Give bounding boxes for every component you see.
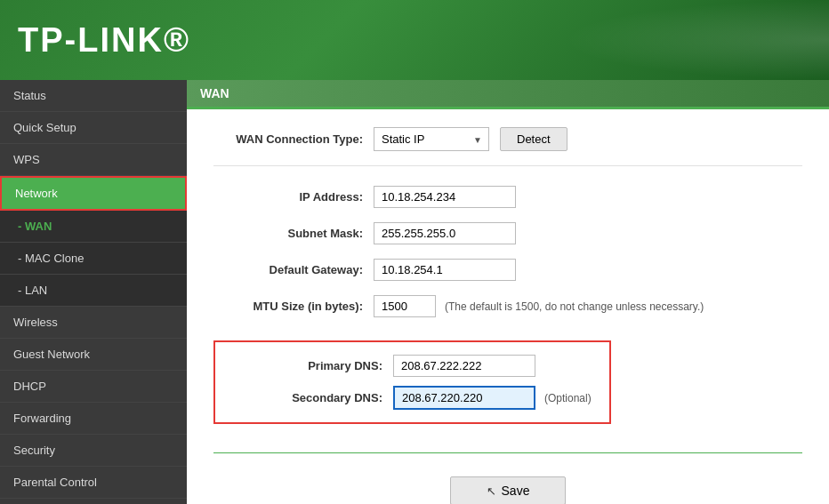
sidebar-item-network[interactable]: Network xyxy=(0,176,187,211)
wan-connection-type-row: WAN Connection Type: Static IP ▼ Detect xyxy=(213,127,802,166)
sidebar-item-macclone[interactable]: - MAC Clone xyxy=(0,243,187,275)
sidebar-item-label: - LAN xyxy=(18,284,47,297)
default-gateway-row: Default Gateway: xyxy=(213,259,802,281)
sidebar: StatusQuick SetupWPSNetwork- WAN- MAC Cl… xyxy=(0,80,187,504)
sidebar-item-label: - WAN xyxy=(18,220,52,233)
header: TP-LINK® xyxy=(0,0,829,80)
sidebar-item-label: Guest Network xyxy=(13,348,90,361)
sidebar-item-accesscontrol[interactable]: Access Control xyxy=(0,499,187,504)
dns-section: Primary DNS: Secondary DNS: (Optional) xyxy=(213,340,611,424)
form-area: WAN Connection Type: Static IP ▼ Detect … xyxy=(187,109,829,504)
mtu-input[interactable] xyxy=(374,295,436,317)
main-layout: StatusQuick SetupWPSNetwork- WAN- MAC Cl… xyxy=(0,80,829,504)
default-gateway-input[interactable] xyxy=(374,259,516,281)
default-gateway-label: Default Gateway: xyxy=(213,263,374,276)
sidebar-item-security[interactable]: Security xyxy=(0,435,187,467)
primary-dns-input[interactable] xyxy=(393,355,535,377)
subnet-mask-row: Subnet Mask: xyxy=(213,222,802,244)
secondary-dns-label: Secondary DNS: xyxy=(233,391,393,404)
logo-text: TP-LINK xyxy=(18,21,164,59)
sidebar-item-label: Quick Setup xyxy=(13,121,76,134)
sidebar-item-label: Security xyxy=(13,444,55,457)
save-label: Save xyxy=(502,484,530,498)
sidebar-item-wireless[interactable]: Wireless xyxy=(0,307,187,339)
wan-connection-type-select[interactable]: Static IP xyxy=(374,127,489,151)
ip-address-label: IP Address: xyxy=(213,190,374,204)
cursor-icon: ↖ xyxy=(487,484,496,498)
logo-mark: ® xyxy=(164,21,190,59)
wan-connection-type-select-wrapper: Static IP ▼ xyxy=(374,127,489,151)
sidebar-item-label: WPS xyxy=(13,153,40,166)
sidebar-item-label: DHCP xyxy=(13,380,46,393)
sidebar-item-wan[interactable]: - WAN xyxy=(0,211,187,243)
mtu-hint: (The default is 1500, do not change unle… xyxy=(445,300,704,313)
sidebar-item-label: Wireless xyxy=(13,316,58,329)
sidebar-item-status[interactable]: Status xyxy=(0,80,187,112)
save-row: ↖ Save xyxy=(213,468,802,504)
primary-dns-label: Primary DNS: xyxy=(233,359,393,372)
sidebar-item-lan[interactable]: - LAN xyxy=(0,275,187,307)
ip-address-row: IP Address: xyxy=(213,186,802,208)
mtu-label: MTU Size (in bytes): xyxy=(213,300,374,313)
sidebar-item-forwarding[interactable]: Forwarding xyxy=(0,403,187,435)
secondary-dns-input[interactable] xyxy=(393,386,535,410)
sidebar-item-label: Forwarding xyxy=(13,412,71,425)
ip-address-input[interactable] xyxy=(374,186,516,208)
sidebar-item-label: Parental Control xyxy=(13,476,97,489)
sidebar-item-parentalcontrol[interactable]: Parental Control xyxy=(0,467,187,499)
mtu-row: MTU Size (in bytes): (The default is 150… xyxy=(213,295,802,317)
sidebar-item-dhcp[interactable]: DHCP xyxy=(0,371,187,403)
sidebar-item-label: Network xyxy=(15,187,58,200)
primary-dns-row: Primary DNS: xyxy=(233,355,592,377)
wan-title: WAN xyxy=(200,86,229,100)
secondary-dns-row: Secondary DNS: (Optional) xyxy=(233,386,592,410)
subnet-mask-input[interactable] xyxy=(374,222,516,244)
sidebar-item-guestnetwork[interactable]: Guest Network xyxy=(0,339,187,371)
wan-title-bar: WAN xyxy=(187,80,829,109)
wan-connection-type-label: WAN Connection Type: xyxy=(213,132,374,146)
divider xyxy=(213,452,802,453)
save-button[interactable]: ↖ Save xyxy=(450,476,567,504)
sidebar-item-label: - MAC Clone xyxy=(18,252,84,265)
sidebar-item-wps[interactable]: WPS xyxy=(0,144,187,176)
content-area: WAN WAN Connection Type: Static IP ▼ Det… xyxy=(187,80,829,504)
subnet-mask-label: Subnet Mask: xyxy=(213,227,374,240)
logo: TP-LINK® xyxy=(18,21,190,60)
sidebar-item-quicksetup[interactable]: Quick Setup xyxy=(0,112,187,144)
sidebar-item-label: Status xyxy=(13,89,46,102)
optional-hint: (Optional) xyxy=(544,392,592,404)
detect-button[interactable]: Detect xyxy=(500,127,567,151)
